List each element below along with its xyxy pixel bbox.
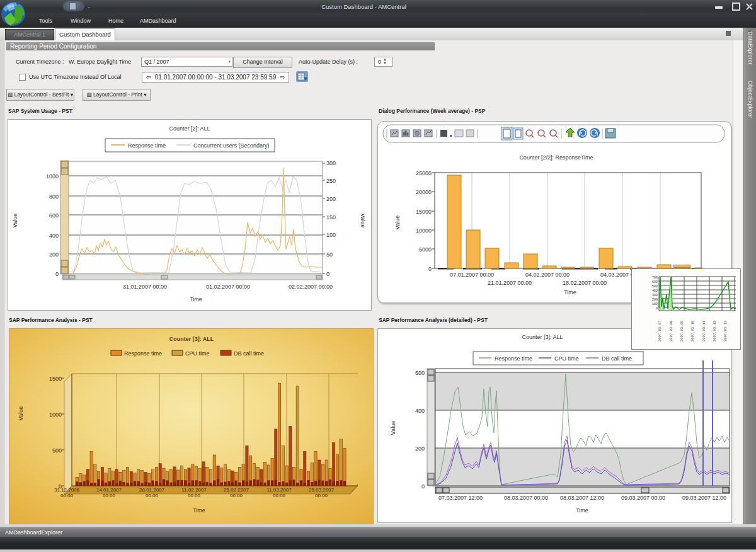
svg-text:00:00: 00:00 bbox=[273, 493, 286, 498]
svg-text:0: 0 bbox=[326, 271, 329, 277]
svg-text:200: 200 bbox=[326, 196, 336, 202]
svg-text:50: 50 bbox=[326, 251, 333, 258]
svg-text:2007.03.12: 2007.03.12 bbox=[713, 321, 717, 342]
svg-text:08.03.2007 12:00: 08.03.2007 12:00 bbox=[560, 495, 604, 501]
svg-text:2007.03.13: 2007.03.13 bbox=[723, 321, 728, 342]
svg-text:1500: 1500 bbox=[49, 376, 62, 382]
svg-text:31.01.2007 00:00: 31.01.2007 00:00 bbox=[123, 284, 167, 290]
svg-text:200: 200 bbox=[415, 446, 425, 452]
svg-text:0: 0 bbox=[428, 266, 432, 272]
svg-text:Time: Time bbox=[576, 507, 588, 514]
svg-text:150: 150 bbox=[326, 214, 336, 221]
svg-text:CPU time: CPU time bbox=[554, 355, 579, 362]
svg-text:2007.03.09: 2007.03.09 bbox=[680, 321, 684, 342]
svg-text:31.12.2006: 31.12.2006 bbox=[54, 487, 80, 493]
svg-text:Value: Value bbox=[360, 214, 366, 227]
svg-text:0: 0 bbox=[421, 483, 425, 490]
svg-text:07.03.2007 12:00: 07.03.2007 12:00 bbox=[438, 495, 483, 501]
svg-text:09.03.2007 00:00: 09.03.2007 00:00 bbox=[621, 495, 665, 501]
svg-text:Counter [2/2]: ResponseTime: Counter [2/2]: ResponseTime bbox=[519, 154, 593, 161]
svg-text:Response time: Response time bbox=[495, 355, 532, 362]
svg-text:07.01.2007 00:00: 07.01.2007 00:00 bbox=[450, 272, 494, 278]
svg-text:500: 500 bbox=[52, 447, 62, 454]
svg-text:11.03.2007: 11.03.2007 bbox=[266, 487, 292, 493]
svg-text:18.02.2007 00:00: 18.02.2007 00:00 bbox=[563, 280, 607, 286]
svg-text:25.02.2007: 25.02.2007 bbox=[224, 487, 249, 493]
svg-text:09.03.2007 12:00: 09.03.2007 12:00 bbox=[682, 495, 726, 501]
svg-text:00:00: 00:00 bbox=[146, 493, 159, 498]
svg-text:400: 400 bbox=[652, 289, 658, 293]
svg-text:21.01.2007 00:00: 21.01.2007 00:00 bbox=[488, 280, 532, 286]
svg-text:Counter [3]: ALL: Counter [3]: ALL bbox=[522, 334, 563, 340]
svg-text:DB call time: DB call time bbox=[234, 350, 264, 357]
svg-text:02.02.2007 00:00: 02.02.2007 00:00 bbox=[289, 284, 333, 290]
svg-text:Time: Time bbox=[564, 289, 576, 296]
svg-text:CPU time: CPU time bbox=[185, 350, 210, 357]
svg-text:28.01.2007: 28.01.2007 bbox=[139, 487, 165, 493]
svg-text:2007.03.07: 2007.03.07 bbox=[658, 321, 662, 342]
svg-text:Time: Time bbox=[193, 507, 205, 514]
svg-text:Value: Value bbox=[18, 406, 24, 420]
svg-text:00:00: 00:00 bbox=[103, 493, 116, 498]
svg-text:01.02.2007 00:00: 01.02.2007 00:00 bbox=[206, 284, 250, 290]
svg-text:Counter [2]: ALL: Counter [2]: ALL bbox=[169, 125, 210, 132]
svg-text:25.03.2007: 25.03.2007 bbox=[309, 487, 335, 493]
svg-text:600: 600 bbox=[415, 370, 425, 376]
svg-text:100: 100 bbox=[652, 302, 658, 306]
svg-text:400: 400 bbox=[415, 408, 425, 414]
svg-text:04.02.2007 00:00: 04.02.2007 00:00 bbox=[525, 272, 570, 278]
svg-text:800: 800 bbox=[49, 193, 59, 200]
svg-text:15000: 15000 bbox=[416, 209, 432, 215]
svg-text:Time: Time bbox=[190, 296, 202, 302]
svg-text:300: 300 bbox=[652, 294, 658, 297]
svg-text:600: 600 bbox=[49, 212, 59, 219]
svg-text:00:00: 00:00 bbox=[60, 493, 74, 498]
svg-text:600: 600 bbox=[652, 280, 658, 284]
svg-text:Response time: Response time bbox=[124, 350, 162, 357]
svg-text:250: 250 bbox=[326, 178, 336, 184]
svg-text:00:00: 00:00 bbox=[230, 493, 243, 498]
svg-text:1000: 1000 bbox=[49, 411, 62, 418]
svg-text:2007.03.10: 2007.03.10 bbox=[690, 321, 695, 342]
svg-text:0: 0 bbox=[55, 271, 59, 277]
svg-text:Counter [3]: ALL: Counter [3]: ALL bbox=[169, 336, 214, 342]
svg-text:11.02.2007: 11.02.2007 bbox=[181, 487, 207, 493]
svg-text:Value: Value bbox=[390, 421, 396, 435]
svg-text:0: 0 bbox=[656, 307, 658, 311]
svg-text:Value: Value bbox=[12, 214, 18, 227]
svg-text:00:00: 00:00 bbox=[188, 493, 201, 498]
svg-text:Concurrent users (Secondary): Concurrent users (Secondary) bbox=[193, 142, 270, 149]
svg-text:1000: 1000 bbox=[46, 173, 59, 180]
svg-text:500: 500 bbox=[652, 285, 658, 289]
svg-text:14.01.2007: 14.01.2007 bbox=[96, 487, 122, 493]
svg-text:200: 200 bbox=[652, 298, 658, 302]
svg-text:100: 100 bbox=[326, 232, 336, 238]
svg-text:Response time: Response time bbox=[128, 142, 166, 149]
svg-text:2007.03.08: 2007.03.08 bbox=[669, 321, 673, 342]
svg-text:200: 200 bbox=[49, 251, 59, 258]
svg-text:25000: 25000 bbox=[416, 170, 432, 176]
svg-text:700: 700 bbox=[652, 276, 658, 280]
svg-text:DB call time: DB call time bbox=[602, 355, 632, 362]
svg-text:5000: 5000 bbox=[419, 246, 432, 253]
svg-text:20000: 20000 bbox=[416, 189, 432, 195]
svg-text:2007.03.11: 2007.03.11 bbox=[702, 320, 706, 342]
svg-text:Value: Value bbox=[394, 216, 401, 229]
svg-text:00:00: 00:00 bbox=[315, 493, 328, 498]
svg-text:10000: 10000 bbox=[416, 227, 432, 234]
svg-text:400: 400 bbox=[49, 233, 59, 239]
svg-text:08.03.2007 00:00: 08.03.2007 00:00 bbox=[504, 495, 548, 501]
svg-text:300: 300 bbox=[326, 160, 336, 166]
